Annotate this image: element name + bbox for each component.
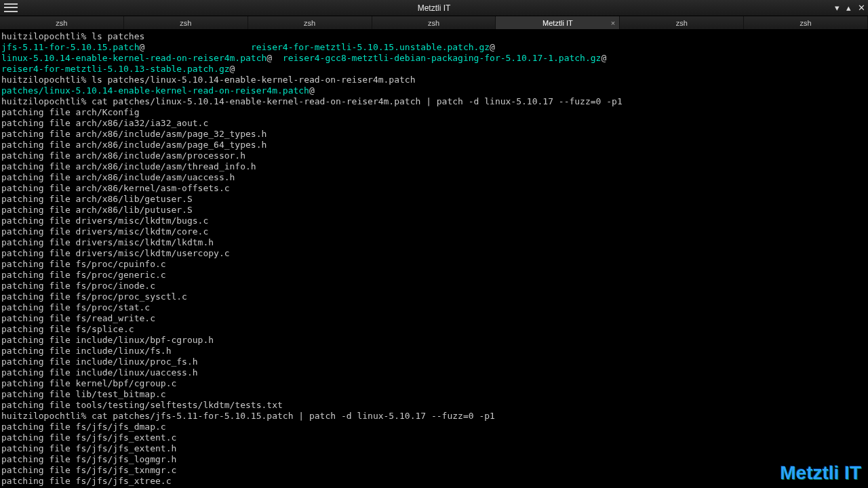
tab-label: Metztli IT [542, 19, 573, 27]
tab-label: zsh [180, 19, 191, 27]
terminal-line: patching file fs/read_write.c [1, 313, 867, 324]
terminal-segment: huitzilopochtli% [1, 75, 92, 85]
terminal-line: patching file arch/x86/include/asm/uacce… [1, 172, 867, 183]
terminal-segment: jfs-5.11-for-5.10.15.patch [1, 42, 140, 52]
terminal-segment: patching file lib/test_bitmap.c [1, 389, 166, 399]
terminal-line: patching file arch/x86/lib/putuser.S [1, 205, 867, 216]
titlebar: Metztli IT ▾ ▴ ✕ [0, 0, 868, 16]
terminal-line: patching file fs/proc/proc_sysctl.c [1, 291, 867, 302]
maximize-icon[interactable]: ▴ [846, 3, 851, 13]
terminal-line: jfs-5.11-for-5.10.15.patch@ reiser4-for-… [1, 42, 867, 53]
terminal-line: patching file fs/jfs/jfs_txnmgr.c [1, 465, 867, 476]
terminal-segment: patching file arch/x86/include/asm/proce… [1, 150, 245, 161]
terminal-segment: ls patches/linux-5.10.14-enable-kernel-r… [92, 75, 415, 85]
menu-icon[interactable] [4, 3, 18, 14]
terminal-line: patching file arch/x86/include/asm/page_… [1, 140, 867, 150]
terminal-line: patching file include/linux/bpf-cgroup.h [1, 335, 867, 346]
terminal-segment: @ [140, 42, 251, 52]
terminal-segment: patching file drivers/misc/lkdtm/lkdtm.h [1, 237, 214, 247]
terminal-line: patching file drivers/misc/lkdtm/lkdtm.h [1, 237, 867, 248]
terminal-segment: @ [230, 64, 235, 74]
terminal-line: patching file kernel/bpf/cgroup.c [1, 378, 867, 389]
terminal-line: patches/linux-5.10.14-enable-kernel-read… [1, 85, 867, 96]
terminal-line: patching file fs/proc/inode.c [1, 281, 867, 291]
terminal-segment: patching file arch/x86/include/asm/page_… [1, 140, 267, 150]
terminal-segment: linux-5.10.14-enable-kernel-read-on-reis… [1, 53, 267, 63]
terminal-line: patching file fs/jfs/jfs_xtree.c [1, 476, 867, 487]
minimize-icon[interactable]: ▾ [835, 3, 840, 13]
terminal-segment: patching file drivers/misc/lkdtm/core.c [1, 226, 208, 237]
tab-zsh-2[interactable]: zsh [248, 16, 372, 29]
terminal-segment: patches/linux-5.10.14-enable-kernel-read… [1, 85, 309, 96]
tab-label: zsh [56, 19, 67, 27]
tab-label: zsh [428, 19, 439, 27]
terminal-line: huitzilopochtli% ls patches/linux-5.10.1… [1, 75, 867, 85]
terminal-segment: patching file fs/jfs/jfs_dmap.c [1, 422, 166, 432]
terminal-segment: patching file include/linux/proc_fs.h [1, 357, 198, 367]
terminal-line: patching file arch/Kconfig [1, 107, 867, 118]
terminal-line: patching file fs/jfs/jfs_extent.c [1, 432, 867, 443]
terminal-line: patching file fs/jfs/jfs_extent.h [1, 443, 867, 454]
terminal-segment: patching file fs/proc/cpuinfo.c [1, 259, 166, 269]
terminal-segment: patching file include/linux/uaccess.h [1, 367, 198, 378]
window-title: Metztli IT [418, 3, 451, 13]
terminal-output[interactable]: huitzilopochtli% ls patchesjfs-5.11-for-… [0, 30, 868, 488]
terminal-segment: patching file arch/x86/include/asm/threa… [1, 161, 256, 171]
terminal-line: patching file arch/x86/lib/getuser.S [1, 194, 867, 205]
terminal-segment: ls patches [92, 31, 144, 41]
terminal-line: patching file fs/splice.c [1, 324, 867, 335]
terminal-segment: reiser4-for-metztli-5.10.13-stable.patch… [1, 64, 230, 74]
terminal-line: patching file fs/proc/stat.c [1, 302, 867, 313]
tab-zsh-6[interactable]: zsh [744, 16, 868, 29]
terminal-line: huitzilopochtli% cat patches/jfs-5.11-fo… [1, 411, 867, 422]
terminal-segment: patching file fs/proc/generic.c [1, 270, 166, 280]
terminal-segment: patching file fs/read_write.c [1, 313, 155, 323]
terminal-segment: patching file fs/jfs/jfs_xtree.c [1, 476, 171, 486]
terminal-line: patching file fs/jfs/jfs_dmap.c [1, 422, 867, 432]
terminal-segment: cat patches/jfs-5.11-for-5.10.15.patch |… [92, 411, 495, 421]
terminal-segment: patching file include/linux/bpf-cgroup.h [1, 335, 214, 345]
terminal-line: linux-5.10.14-enable-kernel-read-on-reis… [1, 53, 867, 64]
tab-label: zsh [304, 19, 315, 27]
terminal-segment: patching file fs/proc/proc_sysctl.c [1, 291, 187, 302]
terminal-segment: patching file kernel/bpf/cgroup.c [1, 378, 176, 388]
tab-label: zsh [800, 19, 812, 27]
terminal-segment: patching file arch/x86/include/asm/page_… [1, 129, 267, 139]
terminal-segment: patching file fs/proc/inode.c [1, 281, 155, 291]
tabbar: zshzshzshzshMetztli IT×zshzsh [0, 16, 868, 30]
terminal-segment: patching file arch/x86/ia32/ia32_aout.c [1, 118, 208, 128]
terminal-line: patching file fs/jfs/jfs_logmgr.h [1, 454, 867, 465]
terminal-line: patching file drivers/misc/lkdtm/bugs.c [1, 216, 867, 226]
terminal-line: patching file arch/x86/include/asm/proce… [1, 150, 867, 161]
terminal-line: patching file include/linux/proc_fs.h [1, 357, 867, 367]
terminal-segment: patching file fs/splice.c [1, 324, 134, 334]
terminal-segment: huitzilopochtli% [1, 96, 92, 106]
terminal-segment: patching file fs/jfs/jfs_txnmgr.c [1, 465, 176, 475]
terminal-line: patching file lib/test_bitmap.c [1, 389, 867, 400]
terminal-segment: @ [309, 85, 315, 96]
terminal-line: patching file arch/x86/ia32/ia32_aout.c [1, 118, 867, 129]
terminal-segment: patching file drivers/misc/lkdtm/bugs.c [1, 216, 208, 226]
tab-zsh-3[interactable]: zsh [372, 16, 496, 29]
terminal-segment: patching file drivers/misc/lkdtm/usercop… [1, 248, 230, 258]
tab-zsh-5[interactable]: zsh [620, 16, 744, 29]
tab-metztli-it-4[interactable]: Metztli IT× [496, 16, 620, 29]
close-icon[interactable]: ✕ [858, 3, 865, 13]
tab-close-icon[interactable]: × [611, 19, 615, 27]
terminal-line: huitzilopochtli% cat patches/linux-5.10.… [1, 96, 867, 107]
terminal-segment: reiser4-gcc8-metztli-debian-packaging-fo… [283, 53, 601, 63]
terminal-line: patching file arch/x86/kernel/asm-offset… [1, 183, 867, 194]
terminal-segment: cat patches/linux-5.10.14-enable-kernel-… [92, 96, 623, 106]
terminal-line: reiser4-for-metztli-5.10.13-stable.patch… [1, 64, 867, 75]
terminal-segment: patching file tools/testing/selftests/lk… [1, 400, 283, 410]
tab-zsh-1[interactable]: zsh [124, 16, 248, 29]
terminal-segment: patching file arch/Kconfig [1, 107, 140, 117]
terminal-segment: @ [601, 53, 606, 63]
terminal-segment: patching file arch/x86/lib/getuser.S [1, 194, 193, 204]
tab-zsh-0[interactable]: zsh [0, 16, 124, 29]
terminal-segment: patching file fs/jfs/jfs_extent.c [1, 432, 176, 443]
terminal-segment: patching file fs/jfs/jfs_logmgr.h [1, 454, 176, 464]
terminal-segment: patching file arch/x86/include/asm/uacce… [1, 172, 235, 182]
terminal-line: patching file arch/x86/include/asm/threa… [1, 161, 867, 172]
tab-label: zsh [676, 19, 688, 27]
